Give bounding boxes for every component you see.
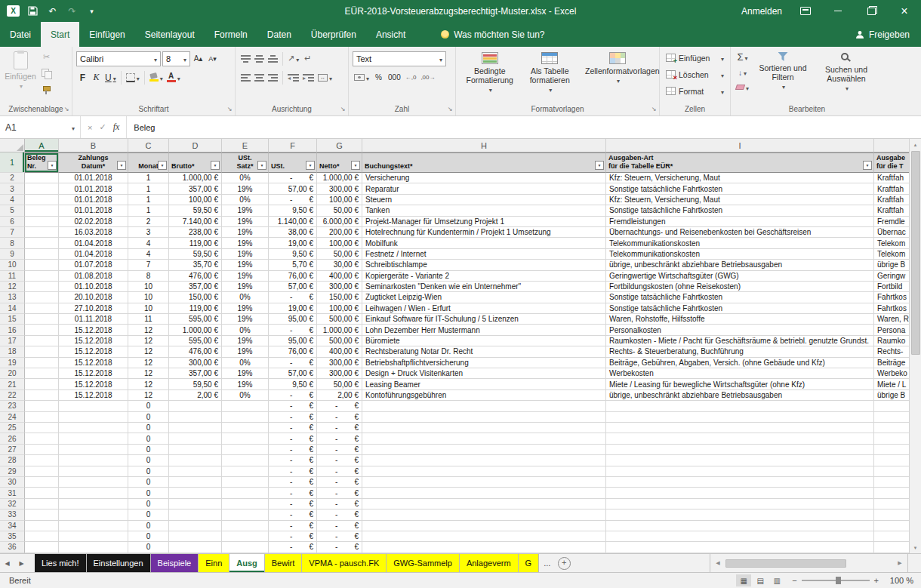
cell-J15[interactable]: Waren, R	[874, 314, 909, 325]
cell-E22[interactable]: 0%	[222, 390, 269, 401]
row-header-33[interactable]: 33	[0, 509, 25, 520]
cell-G25[interactable]: - €	[317, 423, 362, 433]
cell-C2[interactable]: 1	[128, 173, 169, 183]
cell-H32[interactable]	[362, 499, 606, 509]
cell-E30[interactable]	[222, 477, 269, 488]
cell-E8[interactable]: 19%	[222, 238, 269, 248]
row-header-10[interactable]: 10	[0, 260, 25, 270]
cell-G35[interactable]: - €	[317, 531, 362, 542]
styles-dialog-launcher-icon[interactable]	[650, 106, 658, 113]
cell-F21[interactable]: 9,50 €	[269, 379, 317, 389]
cell-G30[interactable]: - €	[317, 477, 362, 488]
decrease-font-size-icon[interactable]	[206, 51, 219, 66]
cell-D7[interactable]: 238,00 €	[169, 227, 222, 238]
cell-B20[interactable]: 15.12.2018	[59, 368, 128, 379]
cell-G19[interactable]: 300,00 €	[317, 358, 362, 368]
cell-I26[interactable]	[606, 433, 874, 444]
cell-I30[interactable]	[606, 477, 874, 488]
cell-H27[interactable]	[362, 445, 606, 455]
cell-E12[interactable]: 19%	[222, 282, 269, 292]
cell-D31[interactable]	[169, 488, 222, 498]
filter-button-E[interactable]	[257, 161, 266, 170]
cell-A34[interactable]	[25, 521, 59, 531]
cell-F25[interactable]: - €	[269, 423, 317, 433]
cell-C33[interactable]: 0	[128, 509, 169, 520]
new-sheet-button[interactable]	[555, 554, 573, 572]
row-header-2[interactable]: 2	[0, 173, 25, 183]
cell-A8[interactable]	[25, 238, 59, 248]
sheet-tab-beispiele[interactable]: Beispiele	[151, 554, 199, 572]
cell-A11[interactable]	[25, 271, 59, 282]
cell-A5[interactable]	[25, 205, 59, 216]
row-header-9[interactable]: 9	[0, 249, 25, 260]
cell-C25[interactable]: 0	[128, 423, 169, 433]
cell-H17[interactable]: Büromiete	[362, 336, 606, 346]
cell-B24[interactable]	[59, 412, 128, 423]
column-header-C[interactable]: C	[128, 139, 169, 152]
row-header-28[interactable]: 28	[0, 455, 25, 466]
number-format-select[interactable]: Text	[353, 51, 446, 66]
cell-B17[interactable]: 15.12.2018	[59, 336, 128, 346]
sheet-tab-vpma---pausch.fk[interactable]: VPMA - pausch.FK	[302, 554, 387, 572]
sheet-tab-bewirt[interactable]: Bewirt	[265, 554, 303, 572]
cell-E2[interactable]: 0%	[222, 173, 269, 183]
cell-C10[interactable]: 7	[128, 260, 169, 270]
cell-H36[interactable]	[362, 542, 606, 553]
cell-H15[interactable]: Einkauf Software für IT-Schulung / 5 Liz…	[362, 314, 606, 325]
cell-H34[interactable]	[362, 521, 606, 531]
cell-G26[interactable]: - €	[317, 433, 362, 444]
cell-A7[interactable]	[25, 227, 59, 238]
cell-B23[interactable]	[59, 401, 128, 411]
row-header-18[interactable]: 18	[0, 346, 25, 357]
cell-A32[interactable]	[25, 499, 59, 509]
zoom-out-icon[interactable]	[792, 576, 796, 585]
italic-button[interactable]: K	[90, 70, 103, 85]
row-header-5[interactable]: 5	[0, 205, 25, 216]
close-icon[interactable]	[888, 0, 921, 22]
cell-B32[interactable]	[59, 499, 128, 509]
cell-I21[interactable]: Miete / Leasing für bewegliche Wirtschaf…	[606, 379, 874, 389]
cell-G32[interactable]: - €	[317, 499, 362, 509]
sort-filter-button[interactable]: Sortieren und Filtern	[753, 50, 812, 103]
format-as-table-button[interactable]: Als Tabelle formatieren	[520, 50, 581, 103]
cell-C21[interactable]: 12	[128, 379, 169, 389]
cell-G21[interactable]: 50,00 €	[317, 379, 362, 389]
cell-B6[interactable]: 02.02.2018	[59, 217, 128, 227]
cell-F18[interactable]: 76,00 €	[269, 346, 317, 357]
cell-B4[interactable]: 01.01.2018	[59, 195, 128, 205]
ribbon-tab-datei[interactable]: Datei	[0, 22, 41, 47]
column-header-D[interactable]: D	[169, 139, 222, 152]
align-left-icon[interactable]	[239, 70, 252, 85]
row-header-29[interactable]: 29	[0, 466, 25, 477]
row-header-17[interactable]: 17	[0, 336, 25, 346]
column-header-I[interactable]: I	[606, 139, 874, 152]
cell-J9[interactable]: Telekom	[874, 249, 909, 260]
align-middle-icon[interactable]	[253, 51, 266, 66]
cell-D3[interactable]: 357,00 €	[169, 183, 222, 194]
cell-D11[interactable]: 476,00 €	[169, 271, 222, 282]
cell-H11[interactable]: Kopiergeräte - Variante 2	[362, 271, 606, 282]
font-name-select[interactable]: Calibri	[76, 51, 161, 66]
cell-G34[interactable]: - €	[317, 521, 362, 531]
cell-H23[interactable]	[362, 401, 606, 411]
cell-D28[interactable]	[169, 455, 222, 466]
fill-color-button[interactable]	[148, 70, 165, 85]
cell-D25[interactable]	[169, 423, 222, 433]
cell-G33[interactable]: - €	[317, 509, 362, 520]
row-header-12[interactable]: 12	[0, 282, 25, 292]
cell-C26[interactable]: 0	[128, 433, 169, 444]
cell-G36[interactable]: - €	[317, 542, 362, 553]
cell-I35[interactable]	[606, 531, 874, 542]
cell-A36[interactable]	[25, 542, 59, 553]
cell-E35[interactable]	[222, 531, 269, 542]
sheet-tab-einstellungen[interactable]: Einstellungen	[87, 554, 151, 572]
cell-F4[interactable]: - €	[269, 195, 317, 205]
cell-F13[interactable]: - €	[269, 292, 317, 303]
cell-A19[interactable]	[25, 358, 59, 368]
cell-J5[interactable]: Kraftfah	[874, 205, 909, 216]
cell-I3[interactable]: Sonstige tatsächliche Fahrtkosten	[606, 183, 874, 194]
cell-E20[interactable]: 19%	[222, 368, 269, 379]
cell-B28[interactable]	[59, 455, 128, 466]
zoom-level[interactable]: 100 %	[886, 576, 913, 585]
name-box[interactable]: A1	[0, 116, 81, 138]
